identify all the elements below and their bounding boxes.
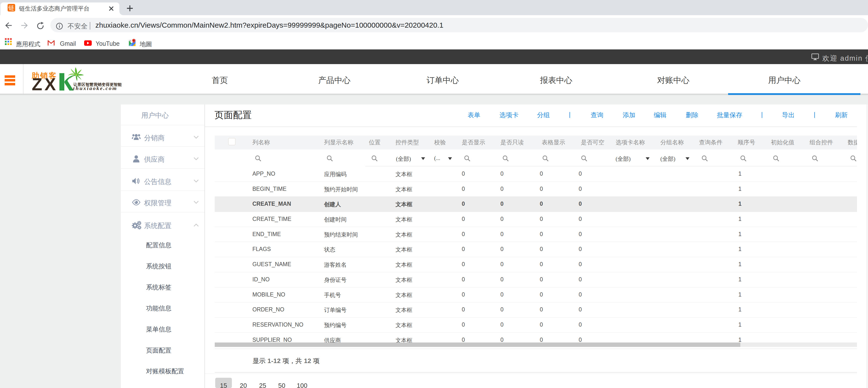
svg-text:zhuxiaoke.com: zhuxiaoke.com [72, 85, 117, 91]
svg-text:ZX: ZX [32, 75, 58, 92]
svg-text:G: G [130, 39, 131, 42]
